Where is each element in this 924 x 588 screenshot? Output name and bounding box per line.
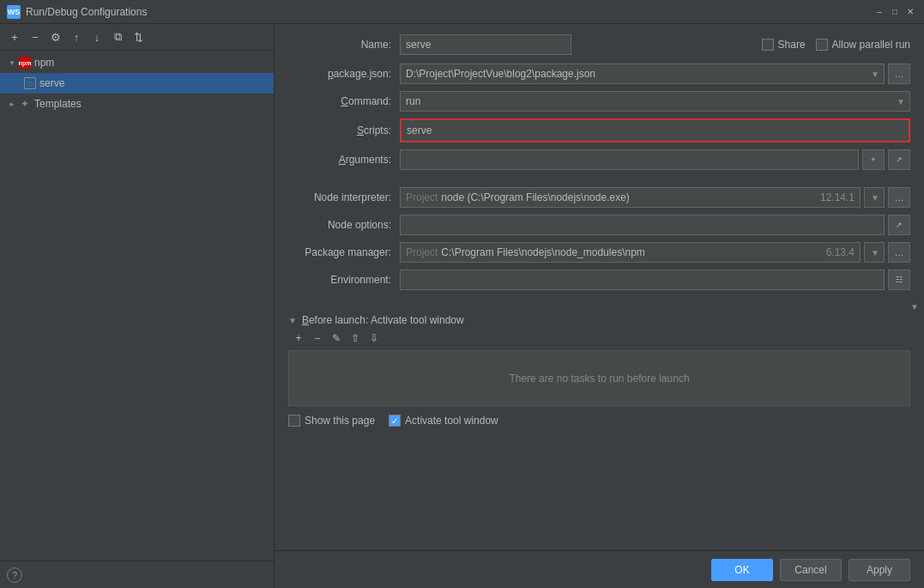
tree-arrow-templates: ►	[7, 99, 17, 109]
before-launch-title: Before launch: Activate tool window	[302, 314, 464, 326]
allow-parallel-item[interactable]: Allow parallel run	[816, 39, 910, 51]
before-launch-add-button[interactable]: +	[290, 330, 307, 347]
package-json-row: package.json: D:\Project\ProjectVue\blog…	[288, 64, 910, 84]
config-tree: ▼ npm npm □ serve ► ✦ Templates	[0, 51, 274, 561]
main-layout: + − ⚙ ↑ ↓ ⧉ ⇅ ▼ npm npm □ serve ► ✦	[0, 24, 924, 588]
share-area: Share Allow parallel run	[762, 39, 910, 51]
show-page-item[interactable]: Show this page	[288, 415, 375, 427]
before-launch-header: ▼ Before launch: Activate tool window	[288, 314, 910, 326]
package-json-select[interactable]: D:\Project\ProjectVue\blog2\package.json	[400, 64, 885, 84]
scripts-select-wrap: serve build lint ▼	[400, 118, 910, 142]
checkboxes-row: Show this page ✓ Activate tool window	[288, 415, 910, 427]
node-interpreter-select[interactable]	[864, 187, 885, 208]
close-button[interactable]: ✕	[903, 5, 917, 19]
before-launch-down-button[interactable]: ⇩	[365, 330, 383, 347]
arguments-row: Arguments: + ↗	[288, 149, 910, 170]
scripts-label: Scripts:	[288, 124, 400, 136]
activate-tool-item[interactable]: ✓ Activate tool window	[389, 415, 498, 427]
node-interpreter-display: Project node (C:\Program Files\nodejs\no…	[400, 187, 861, 208]
before-launch-section: ▼ Before launch: Activate tool window + …	[288, 314, 910, 406]
before-launch-area: There are no tasks to run before launch	[288, 350, 910, 406]
header-row: Name: Share Allow parallel run	[288, 34, 910, 55]
package-json-browse-button[interactable]: …	[888, 64, 910, 84]
templates-folder-icon: ✦	[19, 98, 31, 110]
node-interpreter-browse-button[interactable]: …	[888, 187, 910, 208]
name-input[interactable]	[400, 34, 571, 55]
node-options-input[interactable]	[400, 215, 885, 235]
allow-parallel-label: Allow parallel run	[832, 39, 910, 51]
before-launch-edit-button[interactable]: ✎	[328, 330, 345, 347]
npm-group-label: npm	[34, 57, 54, 69]
ok-button[interactable]: OK	[711, 559, 773, 581]
app-icon: WS	[7, 5, 21, 19]
window-title: Run/Debug Configurations	[26, 6, 873, 18]
sort-button[interactable]: ⇅	[129, 27, 148, 46]
remove-config-button[interactable]: −	[26, 27, 45, 46]
command-label: Command:	[288, 95, 400, 107]
tree-arrow-npm: ▼	[7, 58, 17, 68]
right-content: Name: Share Allow parallel run package	[288, 34, 910, 588]
pkg-manager-path: C:\Program Files\nodejs\node_modules\npm	[441, 246, 644, 258]
command-select[interactable]: run install test build	[400, 91, 910, 112]
left-bottom-bar: ?	[0, 561, 274, 588]
package-manager-browse-button[interactable]: …	[888, 242, 910, 263]
package-manager-display: Project C:\Program Files\nodejs\node_mod…	[400, 242, 861, 263]
node-interpreter-path: node (C:\Program Files\nodejs\node.exe)	[441, 191, 629, 203]
show-page-checkbox[interactable]	[288, 415, 300, 427]
help-button[interactable]: ?	[7, 567, 22, 583]
share-label: Share	[778, 39, 806, 51]
allow-parallel-checkbox[interactable]	[816, 39, 828, 51]
node-options-label: Node options:	[288, 219, 400, 231]
node-interpreter-label: Node interpreter:	[288, 191, 400, 203]
arguments-expand-button[interactable]: +	[862, 149, 885, 170]
copy-button[interactable]: ⧉	[108, 27, 127, 46]
dialog-footer: OK Cancel Apply	[275, 550, 924, 588]
arguments-browse-button[interactable]: ↗	[888, 149, 910, 170]
package-json-label: package.json:	[288, 68, 400, 80]
before-launch-remove-button[interactable]: −	[309, 330, 326, 347]
share-checkbox-item[interactable]: Share	[762, 39, 806, 51]
node-version-label: 12.14.1	[820, 191, 855, 203]
move-down-button[interactable]: ↓	[88, 27, 106, 46]
share-checkbox[interactable]	[762, 39, 774, 51]
config-toolbar: + − ⚙ ↑ ↓ ⧉ ⇅	[0, 24, 274, 51]
before-launch-up-button[interactable]: ⇧	[347, 330, 364, 347]
environment-edit-button[interactable]: ☷	[888, 270, 910, 290]
apply-button[interactable]: Apply	[849, 559, 910, 581]
show-page-label: Show this page	[305, 415, 375, 427]
node-interpreter-row: Node interpreter: Project node (C:\Progr…	[288, 187, 910, 208]
package-manager-row: Package manager: Project C:\Program File…	[288, 242, 910, 263]
tree-item-serve[interactable]: □ serve	[0, 73, 274, 94]
move-up-button[interactable]: ↑	[67, 27, 86, 46]
node-interpreter-project-label: Project	[406, 191, 438, 203]
tree-item-templates[interactable]: ► ✦ Templates	[0, 94, 274, 114]
tree-item-npm[interactable]: ▼ npm npm	[0, 52, 274, 73]
settings-button[interactable]: ⚙	[46, 27, 65, 46]
package-manager-label: Package manager:	[288, 246, 400, 258]
pkg-manager-project-label: Project	[406, 246, 438, 258]
environment-input[interactable]	[400, 270, 885, 290]
node-options-row: Node options: ↗	[288, 215, 910, 235]
scripts-row: Scripts: serve build lint ▼	[288, 118, 910, 142]
environment-row: Environment: ☷	[288, 270, 910, 290]
pkg-manager-version-label: 6.13.4	[826, 246, 855, 258]
arguments-input[interactable]	[400, 149, 859, 170]
maximize-button[interactable]: □	[888, 5, 902, 19]
environment-label: Environment:	[288, 274, 400, 286]
cancel-button[interactable]: Cancel	[780, 559, 842, 581]
command-row: Command: run install test build ▼	[288, 91, 910, 112]
node-options-expand-button[interactable]: ↗	[888, 215, 910, 235]
name-label: Name:	[288, 39, 400, 51]
before-launch-toolbar: + − ✎ ⇧ ⇩	[288, 330, 910, 347]
scripts-select[interactable]: serve build lint	[402, 120, 909, 141]
no-tasks-text: There are no tasks to run before launch	[509, 373, 689, 385]
activate-tool-checkbox[interactable]: ✓	[389, 415, 401, 427]
package-manager-select[interactable]	[864, 242, 885, 263]
title-bar: WS Run/Debug Configurations – □ ✕	[0, 0, 924, 24]
serve-label: serve	[39, 77, 64, 89]
before-launch-collapse-icon[interactable]: ▼	[288, 316, 297, 325]
minimize-button[interactable]: –	[873, 5, 886, 19]
npm-icon: npm	[19, 57, 31, 69]
templates-label: Templates	[34, 98, 82, 110]
add-config-button[interactable]: +	[5, 27, 24, 46]
